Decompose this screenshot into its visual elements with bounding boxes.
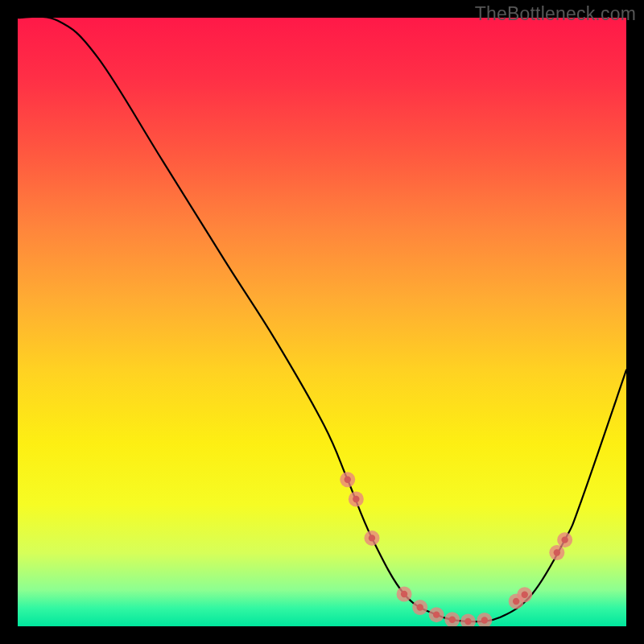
marker-point-core [522,591,528,597]
marker-group [340,472,572,626]
marker-point-core [433,611,440,617]
marker-point-core [369,535,375,541]
marker-point-core [401,591,407,597]
chart-container: TheBottleneck.com [0,0,644,644]
marker-point-core [464,618,471,625]
marker-point-core [417,604,423,610]
marker-point-core [345,477,351,483]
marker-point-core [353,496,359,502]
watermark-text: TheBottleneck.com [475,3,636,25]
marker-point-core [481,617,488,623]
chart-svg [18,18,626,626]
marker-point-core [554,549,560,555]
plot-area [18,18,626,626]
marker-point-core [561,536,568,543]
bottleneck-curve [18,18,626,621]
marker-point-core [449,616,456,622]
